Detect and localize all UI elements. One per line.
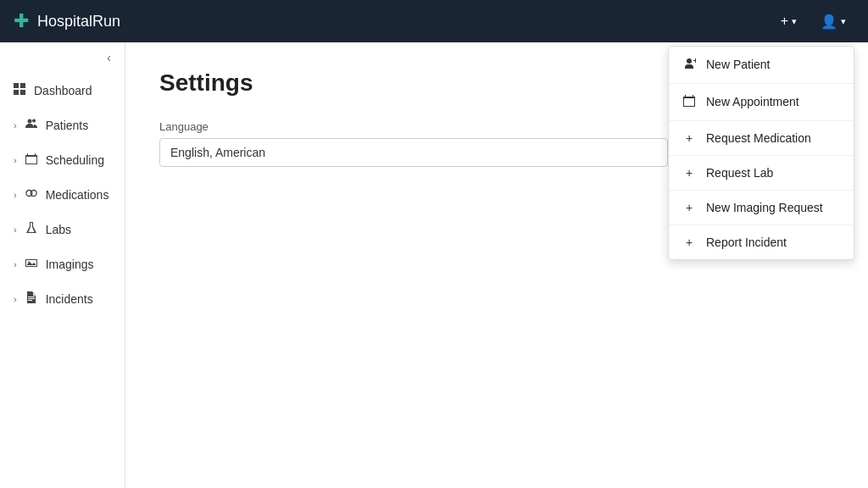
medications-chevron-icon: › (14, 190, 17, 200)
svg-rect-0 (14, 83, 19, 88)
dashboard-icon (14, 83, 25, 97)
patients-icon (25, 118, 37, 132)
request-medication-icon: + (682, 131, 696, 145)
sidebar-item-dashboard[interactable]: Dashboard (0, 73, 125, 108)
add-caret-icon: ▾ (792, 16, 797, 27)
dropdown-item-report-incident[interactable]: + Report Incident (669, 225, 854, 259)
report-incident-label: Report Incident (706, 236, 787, 249)
svg-rect-3 (20, 90, 25, 95)
labs-icon (25, 222, 37, 236)
incidents-chevron-icon: › (14, 294, 17, 304)
sidebar-imagings-label: Imagings (46, 258, 94, 271)
top-navigation: ✚ HospitalRun + ▾ 👤 ▾ New Patient (0, 0, 868, 42)
new-patient-icon (682, 57, 696, 73)
new-appointment-icon (682, 94, 696, 110)
language-input[interactable] (159, 138, 668, 167)
sidebar-item-scheduling[interactable]: › Scheduling (0, 142, 125, 177)
add-menu-button[interactable]: + ▾ (772, 8, 805, 34)
sidebar-item-incidents[interactable]: › Incidents (0, 281, 125, 316)
sidebar-incidents-label: Incidents (46, 292, 93, 306)
dropdown-item-request-lab[interactable]: + Request Lab (669, 156, 854, 191)
brand-name: HospitalRun (37, 13, 120, 30)
imagings-icon (25, 257, 37, 271)
collapse-icon: ‹ (107, 51, 111, 64)
user-icon: 👤 (821, 14, 837, 30)
add-dropdown-menu: New Patient New Appointment + Request Me… (668, 46, 854, 260)
report-incident-icon: + (682, 236, 696, 249)
svg-rect-2 (14, 90, 19, 95)
dropdown-item-request-medication[interactable]: + Request Medication (669, 121, 854, 156)
medications-icon (25, 187, 37, 202)
sidebar-medications-label: Medications (46, 188, 109, 202)
incidents-icon (25, 291, 37, 306)
sidebar-labs-label: Labs (46, 223, 71, 236)
svg-point-4 (27, 119, 31, 124)
dropdown-item-new-imaging-request[interactable]: + New Imaging Request (669, 191, 854, 225)
sidebar-collapse-button[interactable]: ‹ (0, 42, 125, 73)
new-imaging-icon: + (682, 201, 696, 214)
sidebar-item-patients[interactable]: › Patients (0, 108, 125, 142)
sidebar-scheduling-label: Scheduling (46, 153, 104, 167)
add-icon: + (781, 14, 788, 29)
svg-point-7 (31, 191, 36, 197)
new-appointment-label: New Appointment (706, 95, 799, 108)
svg-point-8 (28, 262, 30, 263)
sidebar-item-medications[interactable]: › Medications (0, 177, 125, 212)
user-caret-icon: ▾ (841, 16, 846, 27)
scheduling-icon (25, 152, 37, 167)
dropdown-item-new-patient[interactable]: New Patient (669, 47, 854, 84)
labs-chevron-icon: › (14, 225, 17, 235)
new-patient-label: New Patient (706, 58, 770, 71)
sidebar-item-labs[interactable]: › Labs (0, 212, 125, 247)
sidebar-patients-label: Patients (46, 119, 89, 132)
svg-rect-1 (20, 83, 25, 88)
brand-icon: ✚ (14, 10, 29, 32)
brand: ✚ HospitalRun (14, 10, 120, 32)
request-lab-icon: + (682, 166, 696, 180)
topnav-right: + ▾ 👤 ▾ New Patient (772, 8, 854, 35)
imagings-chevron-icon: › (14, 259, 17, 269)
user-menu-button[interactable]: 👤 ▾ (812, 8, 854, 35)
sidebar: ‹ Dashboard › Patients › (0, 42, 125, 488)
scheduling-chevron-icon: › (14, 155, 17, 165)
patients-chevron-icon: › (14, 120, 17, 130)
sidebar-dashboard-label: Dashboard (34, 84, 92, 97)
sidebar-item-imagings[interactable]: › Imagings (0, 247, 125, 281)
request-medication-label: Request Medication (706, 131, 811, 145)
dropdown-item-new-appointment[interactable]: New Appointment (669, 84, 854, 121)
svg-point-5 (32, 119, 36, 123)
new-imaging-label: New Imaging Request (706, 201, 823, 214)
request-lab-label: Request Lab (706, 166, 773, 180)
